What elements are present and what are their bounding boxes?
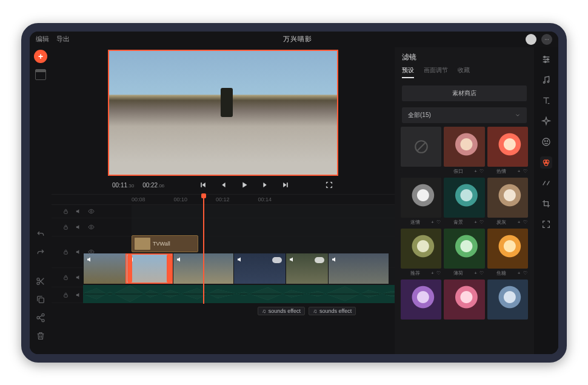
add-icon[interactable]: +	[516, 219, 522, 225]
transition-pill[interactable]	[315, 257, 324, 263]
mute-icon[interactable]	[75, 274, 82, 281]
tab-favorite[interactable]: 收藏	[458, 66, 470, 78]
lock-icon[interactable]	[62, 292, 69, 298]
asset-store-button[interactable]: 素材商店	[402, 85, 527, 101]
video-clip-selected[interactable]	[125, 253, 173, 284]
svg-point-20	[544, 56, 546, 58]
add-icon[interactable]: +	[473, 270, 479, 276]
note-icon: ♫	[262, 308, 266, 314]
transition-pill[interactable]	[272, 257, 282, 263]
copy-icon[interactable]	[35, 293, 47, 306]
profile-icon[interactable]	[526, 34, 536, 45]
heart-icon[interactable]: ♡	[479, 270, 485, 276]
lock-icon[interactable]	[62, 208, 69, 215]
fullscreen-panel-icon[interactable]	[540, 218, 552, 230]
heart-icon[interactable]: ♡	[435, 270, 441, 276]
video-preview[interactable]	[108, 50, 338, 176]
visibility-icon[interactable]	[88, 208, 95, 215]
playhead[interactable]	[203, 195, 204, 304]
export-menu[interactable]: 导出	[56, 35, 70, 42]
heart-icon[interactable]: ♡	[522, 169, 528, 174]
filter-item[interactable]: 推荐+♡	[401, 229, 441, 277]
app-title: 万兴喵影	[79, 35, 516, 44]
filter-category-dropdown[interactable]: 全部(15)	[402, 107, 527, 123]
lock-icon[interactable]	[62, 224, 69, 230]
fullscreen-icon[interactable]	[324, 180, 334, 190]
settings-icon[interactable]	[540, 53, 552, 65]
heart-icon[interactable]: ♡	[479, 169, 485, 174]
redo-icon[interactable]	[35, 246, 47, 258]
lock-icon[interactable]	[62, 249, 69, 255]
svg-point-7	[37, 316, 39, 319]
filters-panel: 滤镜 预设 画面调节 收藏 素材商店 全部(15)	[395, 47, 534, 354]
timeline-ruler[interactable]: 00:08 00:10 00:12 00:14	[52, 194, 395, 205]
filter-item[interactable]: 炭灰+♡	[487, 178, 528, 226]
crop-icon[interactable]	[540, 198, 552, 210]
skip-start-icon[interactable]	[198, 180, 208, 190]
next-frame-icon[interactable]	[260, 180, 270, 190]
text-icon[interactable]	[540, 95, 552, 107]
video-clip[interactable]	[286, 253, 328, 284]
delete-icon[interactable]	[35, 330, 47, 342]
svg-point-27	[547, 141, 547, 141]
heart-icon[interactable]: ♡	[479, 219, 485, 225]
add-icon[interactable]: +	[429, 270, 435, 276]
sound-effect-clip[interactable]: ♫ sounds effect	[309, 307, 356, 315]
media-library-button[interactable]	[35, 69, 46, 80]
cut-icon[interactable]	[35, 275, 47, 287]
filter-none[interactable]	[401, 127, 441, 175]
filter-item[interactable]	[444, 280, 484, 328]
effects-icon[interactable]	[540, 115, 552, 127]
filter-item[interactable]: 热情+♡	[487, 127, 528, 175]
add-icon[interactable]: +	[429, 219, 435, 225]
add-icon[interactable]: +	[516, 169, 522, 174]
clip-audio-icon	[236, 256, 244, 263]
tab-adjust[interactable]: 画面调节	[424, 66, 448, 78]
filter-item[interactable]: 迷情+♡	[401, 178, 441, 226]
mute-icon[interactable]	[75, 224, 82, 230]
visibility-icon[interactable]	[88, 224, 95, 230]
clip-audio-icon	[331, 256, 338, 263]
video-clip[interactable]	[233, 253, 286, 284]
trim-handle-left[interactable]	[127, 255, 132, 283]
lock-icon[interactable]	[62, 274, 69, 281]
undo-icon[interactable]	[35, 228, 47, 240]
heart-icon[interactable]: ♡	[435, 219, 441, 225]
svg-rect-17	[64, 295, 68, 297]
filter-item[interactable]: 假日+♡	[444, 127, 484, 175]
transition-icon[interactable]	[540, 177, 552, 189]
video-clip[interactable]	[83, 253, 125, 284]
video-clip[interactable]	[328, 253, 389, 284]
mute-icon[interactable]	[75, 249, 82, 255]
edit-menu[interactable]: 编辑	[36, 35, 49, 42]
sound-effect-clip[interactable]: ♫ sounds effect	[258, 307, 305, 315]
svg-rect-5	[39, 298, 44, 303]
add-icon[interactable]: +	[516, 270, 522, 276]
svg-point-1	[546, 39, 547, 39]
add-media-button[interactable]: +	[34, 50, 47, 63]
mute-icon[interactable]	[75, 292, 82, 298]
tab-preset[interactable]: 预设	[402, 66, 414, 78]
skip-end-icon[interactable]	[281, 180, 290, 190]
music-icon[interactable]	[540, 74, 552, 86]
share-icon[interactable]	[35, 312, 47, 324]
sticker-icon[interactable]	[540, 136, 552, 148]
mute-icon[interactable]	[75, 208, 82, 215]
play-icon[interactable]	[239, 180, 249, 190]
filter-item[interactable]	[487, 280, 528, 328]
trim-handle-right[interactable]	[167, 255, 172, 283]
clip-audio-icon	[176, 256, 183, 263]
filters-icon[interactable]	[540, 156, 552, 169]
heart-icon[interactable]: ♡	[522, 219, 528, 225]
overlay-clip[interactable]: TVWall	[132, 235, 198, 252]
add-icon[interactable]: +	[473, 219, 479, 225]
add-icon[interactable]: +	[473, 169, 479, 174]
filter-item[interactable]	[401, 280, 441, 328]
filter-item[interactable]: 焦糖+♡	[487, 229, 528, 277]
prev-frame-icon[interactable]	[219, 180, 229, 190]
heart-icon[interactable]: ♡	[522, 270, 528, 276]
svg-point-23	[543, 81, 545, 83]
chat-icon[interactable]	[541, 34, 552, 45]
filter-item[interactable]: 薄荷+♡	[444, 229, 484, 277]
filter-item[interactable]: 青景+♡	[444, 178, 484, 226]
